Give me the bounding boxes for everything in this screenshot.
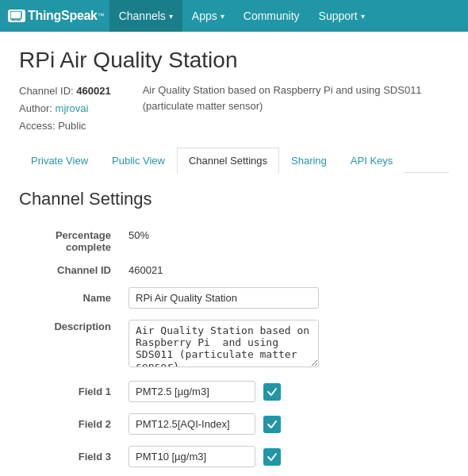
field3-label: Field 3 <box>19 440 122 473</box>
support-caret: ▾ <box>361 12 365 21</box>
field4-input-cell <box>122 473 449 476</box>
author-link[interactable]: mjrovai <box>56 102 89 114</box>
field-row-3: Field 3 <box>19 440 449 473</box>
apps-caret: ▾ <box>221 12 224 21</box>
field1-input-cell <box>122 375 449 408</box>
meta-left: Channel ID: 460021 Author: mjrovai Acces… <box>19 83 111 135</box>
field2-label: Field 2 <box>19 408 122 440</box>
field1-checkbox[interactable] <box>263 383 281 401</box>
description-input-cell <box>122 314 449 375</box>
description-textarea[interactable] <box>129 320 319 367</box>
channel-id-static: 460021 <box>129 264 163 276</box>
field1-label: Field 1 <box>19 375 122 408</box>
nav-apps-label: Apps <box>192 10 217 22</box>
tab-sharing[interactable]: Sharing <box>279 148 339 173</box>
access-value: Public <box>58 120 86 132</box>
nav-apps[interactable]: Apps ▾ <box>182 0 234 32</box>
field-row-channel-id: Channel ID 460021 <box>19 259 449 282</box>
settings-section-title: Channel Settings <box>19 189 449 209</box>
tab-public-view-label: Public View <box>112 155 165 167</box>
nav-channels[interactable]: Channels ▾ <box>109 0 182 32</box>
field4-label: Field 4 <box>19 473 122 476</box>
brand-tm: ™ <box>98 12 105 20</box>
tab-public-view[interactable]: Public View <box>100 148 177 173</box>
tab-channel-settings[interactable]: Channel Settings <box>177 148 279 173</box>
channels-caret: ▾ <box>169 12 173 21</box>
settings-form: Percentagecomplete 50% Channel ID 460021… <box>19 224 449 476</box>
field3-input-cell <box>122 440 449 473</box>
tab-api-keys[interactable]: API Keys <box>339 148 405 173</box>
tab-sharing-label: Sharing <box>291 155 327 167</box>
tab-private-view[interactable]: Private View <box>19 148 100 173</box>
field3-input[interactable] <box>129 446 255 467</box>
svg-rect-0 <box>10 11 21 19</box>
brand-icon <box>8 10 25 22</box>
name-input-cell <box>122 282 449 314</box>
tab-private-view-label: Private View <box>31 155 88 167</box>
name-input[interactable] <box>129 287 319 309</box>
percentage-value: 50% <box>122 224 449 259</box>
author-label: Author: <box>19 102 52 114</box>
navbar: ThingSpeak™ Channels ▾ Apps ▾ Community … <box>0 0 468 32</box>
nav-support-label: Support <box>319 10 358 22</box>
channel-id-label: Channel ID: <box>19 85 74 97</box>
channel-description: Air Quality Station based on Raspberry P… <box>143 84 422 112</box>
nav-community-label: Community <box>244 10 300 22</box>
field1-input[interactable] <box>129 381 255 402</box>
field-row-percentage: Percentagecomplete 50% <box>19 224 449 259</box>
field-row-4: Field 4 <box>19 473 449 476</box>
nav-community[interactable]: Community <box>234 0 309 32</box>
brand[interactable]: ThingSpeak™ <box>8 9 105 23</box>
nav-channels-label: Channels <box>119 10 166 22</box>
percentage-label: Percentagecomplete <box>19 224 122 259</box>
field2-input[interactable] <box>129 413 255 435</box>
field3-checkbox[interactable] <box>263 448 281 466</box>
percentage-static: 50% <box>129 229 149 241</box>
tabs: Private View Public View Channel Setting… <box>19 148 449 173</box>
field2-row <box>129 413 443 435</box>
brand-name: ThingSpeak <box>28 9 98 23</box>
channel-id-form-label: Channel ID <box>19 259 122 282</box>
main-content: RPi Air Quality Station Channel ID: 4600… <box>0 32 468 476</box>
page-title: RPi Air Quality Station <box>19 48 449 73</box>
field-row-description: Description <box>19 314 449 375</box>
nav-support[interactable]: Support ▾ <box>309 0 374 32</box>
field-row-2: Field 2 <box>19 408 449 440</box>
meta-section: Channel ID: 460021 Author: mjrovai Acces… <box>19 83 449 135</box>
field-row-name: Name <box>19 282 449 314</box>
tab-api-keys-label: API Keys <box>351 155 393 167</box>
channel-id-form-value: 460021 <box>122 259 449 282</box>
field2-checkbox[interactable] <box>263 416 281 433</box>
channel-id-value: 460021 <box>76 85 110 97</box>
field-row-1: Field 1 <box>19 375 449 408</box>
name-label: Name <box>19 282 122 314</box>
meta-right: Air Quality Station based on Raspberry P… <box>143 83 449 135</box>
access-label: Access: <box>19 120 56 132</box>
description-label: Description <box>19 314 122 375</box>
field3-row <box>129 446 443 467</box>
tab-channel-settings-label: Channel Settings <box>189 155 267 167</box>
field1-row <box>129 381 443 402</box>
field2-input-cell <box>122 408 449 440</box>
